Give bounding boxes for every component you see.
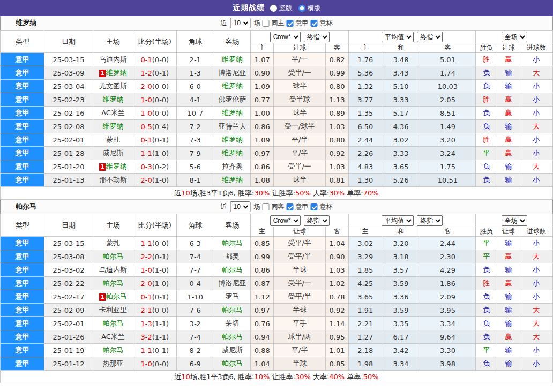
halftime-score: (0-0): [152, 96, 169, 104]
team-link[interactable]: 博洛尼亚: [219, 69, 246, 77]
team-link[interactable]: 亚特兰大: [219, 122, 246, 130]
full-match-select[interactable]: 全场: [502, 32, 527, 42]
league-cell[interactable]: 意甲: [1, 290, 44, 304]
league-cell[interactable]: 意甲: [1, 93, 44, 107]
team-link[interactable]: 帕尔马: [222, 239, 243, 247]
team-link[interactable]: 佛罗伦萨: [219, 95, 246, 103]
col-header-home: 主场: [93, 31, 133, 53]
team-link[interactable]: 威尼斯: [222, 346, 243, 354]
team-link[interactable]: 蒙扎: [106, 135, 120, 144]
final-odds-select[interactable]: 终指: [304, 215, 330, 226]
away-team-cell: 维罗纳: [214, 133, 250, 147]
team-link[interactable]: 莱切: [226, 319, 240, 327]
team-link[interactable]: 维罗纳: [103, 95, 124, 103]
avg-away-cell: 4.29: [420, 263, 476, 277]
league-cell[interactable]: 意甲: [1, 277, 44, 290]
league-cell[interactable]: 意甲: [1, 174, 44, 187]
team-link[interactable]: 维罗纳: [222, 176, 243, 184]
radio-horizontal-icon[interactable]: [298, 5, 305, 12]
home-team-cell: 帕尔马: [93, 317, 133, 330]
avg-home-cell: 1.30: [349, 174, 382, 187]
team-link[interactable]: 乌迪内斯: [99, 266, 127, 274]
league-cell[interactable]: 意甲: [1, 66, 44, 80]
team-link[interactable]: 尤文图斯: [99, 82, 127, 90]
halftime-score: (1-0): [152, 266, 169, 274]
league-cell[interactable]: 意甲: [1, 107, 44, 120]
team-link[interactable]: 热那亚: [103, 359, 124, 367]
team-link[interactable]: 帕尔马: [222, 359, 243, 367]
league-checkbox[interactable]: [287, 20, 294, 27]
same-venue-checkbox[interactable]: [263, 20, 270, 27]
recent-count-select[interactable]: 10: [230, 18, 251, 28]
league-cell[interactable]: 意甲: [1, 357, 44, 371]
league-cell[interactable]: 意甲: [1, 330, 44, 344]
team-link[interactable]: 帕尔马: [106, 292, 127, 300]
radio-horizontal-layout[interactable]: 横版: [298, 4, 320, 13]
team-link[interactable]: 拉齐奥: [222, 162, 243, 170]
team-link[interactable]: 维罗纳: [222, 135, 243, 144]
full-match-select[interactable]: 全场: [502, 215, 527, 226]
team-link[interactable]: AC米兰: [101, 333, 125, 341]
average-select[interactable]: 平均值: [382, 32, 414, 42]
summary-value: 10: [181, 189, 190, 197]
table-row: 意甲25-03-15乌迪内斯0-1(0-0)2-1维罗纳1.07半/一0.821…: [1, 53, 553, 66]
result-goals-cell: 小: [520, 53, 552, 66]
team-link[interactable]: 帕尔马: [103, 252, 124, 260]
league-cell[interactable]: 意甲: [1, 80, 44, 93]
team-link[interactable]: 帕尔马: [103, 346, 124, 354]
league-checkbox[interactable]: [287, 203, 294, 210]
team-link[interactable]: 乌迪内斯: [99, 55, 127, 63]
team-link[interactable]: 帕尔马: [103, 279, 124, 287]
league-cell[interactable]: 意甲: [1, 250, 44, 263]
league-cell[interactable]: 意甲: [1, 147, 44, 160]
radio-vertical-layout[interactable]: 竖版: [270, 4, 292, 13]
team-link[interactable]: 维罗纳: [222, 55, 243, 63]
team-link[interactable]: 蒙扎: [106, 239, 120, 247]
team-link[interactable]: 维罗纳: [103, 122, 124, 130]
corner-cell: 6-0: [176, 80, 214, 93]
result-outcome-cell: 负: [476, 120, 497, 133]
final-average-select[interactable]: 终指: [417, 32, 443, 42]
radio-vertical-icon[interactable]: [270, 5, 277, 12]
team-link[interactable]: 维罗纳: [222, 82, 243, 90]
team-link[interactable]: 威尼斯: [103, 149, 124, 157]
cup-checkbox[interactable]: [311, 20, 318, 27]
summary-text: 大率:: [311, 373, 330, 381]
avg-home-cell: 2.18: [349, 344, 382, 357]
league-cell[interactable]: 意甲: [1, 120, 44, 133]
team-link[interactable]: 帕尔马: [222, 306, 243, 314]
recent-count-select[interactable]: 10: [230, 201, 251, 212]
result-outcome-cell: 平: [476, 237, 497, 250]
cup-checkbox[interactable]: [311, 203, 318, 210]
average-select[interactable]: 平均值: [382, 215, 414, 226]
same-venue-checkbox[interactable]: [263, 203, 270, 210]
team-link[interactable]: 帕尔马: [222, 266, 243, 274]
final-average-select[interactable]: 终指: [417, 215, 443, 226]
team-link[interactable]: 那不勒斯: [99, 176, 127, 184]
odds-source-select[interactable]: Crow*: [270, 32, 301, 42]
team-link[interactable]: AC米兰: [101, 109, 125, 117]
league-cell[interactable]: 意甲: [1, 304, 44, 317]
league-cell[interactable]: 意甲: [1, 160, 44, 174]
team-link[interactable]: 维罗纳: [106, 69, 127, 77]
score-cell: 1-1(0-1): [133, 344, 176, 357]
team-link[interactable]: 罗马: [226, 292, 240, 300]
league-cell[interactable]: 意甲: [1, 344, 44, 357]
col-header-away: 客场: [214, 31, 250, 53]
league-cell[interactable]: 意甲: [1, 133, 44, 147]
team-link[interactable]: 都灵: [226, 252, 240, 260]
odds-source-select[interactable]: Crow*: [270, 215, 301, 226]
team-link[interactable]: 维罗纳: [106, 162, 127, 170]
team-link[interactable]: 帕尔马: [103, 319, 124, 327]
result-goals-cell: 小: [520, 263, 552, 277]
team-link[interactable]: 卡利亚里: [99, 306, 127, 314]
league-cell[interactable]: 意甲: [1, 53, 44, 66]
league-cell[interactable]: 意甲: [1, 237, 44, 250]
final-odds-select[interactable]: 终指: [304, 32, 330, 42]
league-cell[interactable]: 意甲: [1, 317, 44, 330]
team-link[interactable]: 帕尔马: [222, 333, 243, 341]
team-link[interactable]: 维罗纳: [222, 109, 243, 117]
league-cell[interactable]: 意甲: [1, 263, 44, 277]
team-link[interactable]: 博洛尼亚: [219, 279, 246, 287]
team-link[interactable]: 维罗纳: [222, 149, 243, 157]
